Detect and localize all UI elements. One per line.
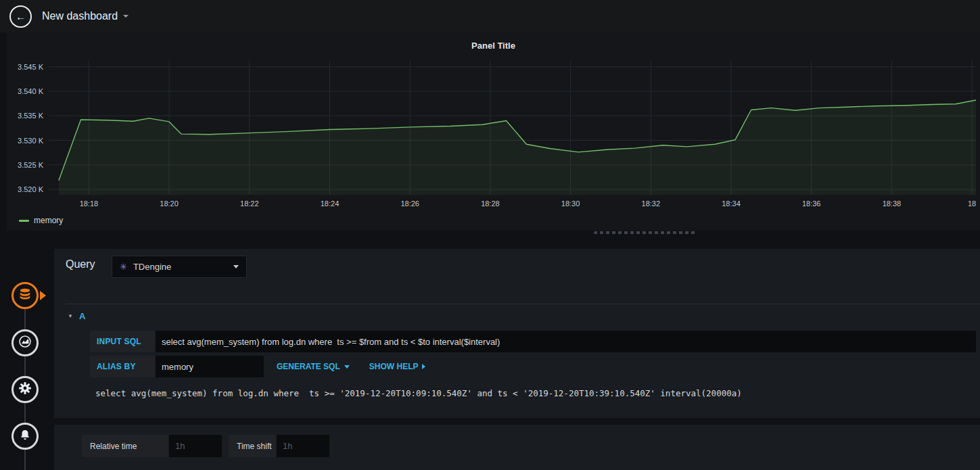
svg-text:3.545 K: 3.545 K (18, 63, 44, 71)
svg-text:18:24: 18:24 (321, 199, 340, 208)
chevron-right-icon (422, 364, 425, 369)
svg-text:18:20: 18:20 (160, 199, 179, 208)
show-help-label: SHOW HELP (369, 362, 419, 371)
svg-text:3.520 K: 3.520 K (18, 185, 44, 193)
dashboard-title: New dashboard (42, 10, 118, 22)
alias-by-row: ALIAS BY GENERATE SQL SHOW HELP (90, 356, 432, 377)
generate-sql-label: GENERATE SQL (277, 362, 340, 371)
svg-text:3.535 K: 3.535 K (18, 112, 44, 120)
chevron-down-icon (233, 265, 239, 268)
input-sql-label: INPUT SQL (90, 331, 155, 352)
alias-by-field[interactable] (156, 356, 264, 377)
chevron-down-icon (123, 15, 129, 18)
back-button[interactable]: ← (9, 5, 32, 28)
svg-text:18:26: 18:26 (400, 199, 419, 208)
panel-resize-handle[interactable] (594, 231, 697, 234)
input-sql-field[interactable] (156, 331, 976, 352)
top-navbar: ← New dashboard (0, 0, 980, 32)
input-sql-row: INPUT SQL (90, 331, 976, 352)
time-options-row: Relative time Time shift (82, 435, 329, 457)
svg-text:3.525 K: 3.525 K (18, 161, 44, 169)
time-shift-label: Time shift (229, 435, 276, 457)
relative-time-label: Relative time (82, 435, 168, 457)
legend-item-memory[interactable]: memory (19, 216, 63, 225)
datasource-dropdown[interactable]: ✳ TDengine (112, 256, 247, 278)
svg-text:18: 18 (968, 199, 976, 208)
generate-sql-button[interactable]: GENERATE SQL (270, 356, 356, 377)
timeseries-chart[interactable]: 18:1818:2018:2218:2418:2618:2818:3018:32… (7, 53, 979, 229)
query-section-title: Query (66, 258, 95, 271)
grafana-page: ← New dashboard Panel Title 18:1818:2018… (0, 0, 980, 470)
svg-text:18:28: 18:28 (481, 199, 500, 208)
panel-title[interactable]: Panel Title (7, 32, 980, 53)
sidebar-tab-alert[interactable] (11, 423, 39, 450)
tdengine-star-icon: ✳ (120, 262, 127, 271)
sidebar-tab-queries[interactable] (11, 282, 39, 309)
collapse-caret-icon: ▼ (68, 313, 73, 319)
spacer (222, 435, 229, 457)
relative-time-input[interactable] (169, 435, 222, 457)
sidebar-tab-visualization[interactable] (11, 329, 39, 356)
query-row-letter: A (79, 311, 85, 321)
svg-text:18:22: 18:22 (240, 199, 259, 208)
dashboard-title-dropdown[interactable]: New dashboard (42, 10, 129, 22)
svg-text:3.540 K: 3.540 K (18, 87, 44, 95)
svg-text:18:34: 18:34 (722, 199, 741, 208)
sidebar-tab-general[interactable] (11, 376, 39, 403)
chevron-down-icon (344, 365, 350, 369)
active-tab-arrow-icon (40, 291, 46, 300)
datasource-selected-value: TDengine (133, 262, 171, 272)
legend-series-label: memory (34, 216, 63, 225)
bell-icon (19, 429, 31, 444)
svg-text:3.530 K: 3.530 K (18, 137, 44, 145)
alias-by-label: ALIAS BY (90, 356, 155, 377)
generated-sql-text: select avg(mem_system) from log.dn where… (95, 388, 742, 398)
svg-text:18:38: 18:38 (883, 199, 902, 208)
arrow-left-icon: ← (16, 11, 26, 22)
svg-text:18:18: 18:18 (80, 199, 99, 208)
graph-panel: Panel Title 18:1818:2018:2218:2418:2618:… (7, 32, 980, 231)
query-editor-card: Query ✳ TDengine ▼ A INPUT SQL ALIAS BY … (54, 249, 980, 418)
svg-text:18:32: 18:32 (642, 199, 661, 208)
divider (66, 304, 980, 304)
svg-text:18:30: 18:30 (561, 199, 580, 208)
query-row-toggle[interactable]: ▼ A (68, 311, 85, 321)
time-shift-input[interactable] (277, 435, 329, 457)
svg-text:18:36: 18:36 (802, 199, 821, 208)
gear-icon (18, 381, 32, 398)
database-icon (18, 287, 32, 304)
show-help-button[interactable]: SHOW HELP (363, 356, 433, 377)
legend-series-swatch (19, 220, 29, 222)
chart-icon (18, 335, 32, 351)
time-options-card: Relative time Time shift (54, 425, 980, 470)
